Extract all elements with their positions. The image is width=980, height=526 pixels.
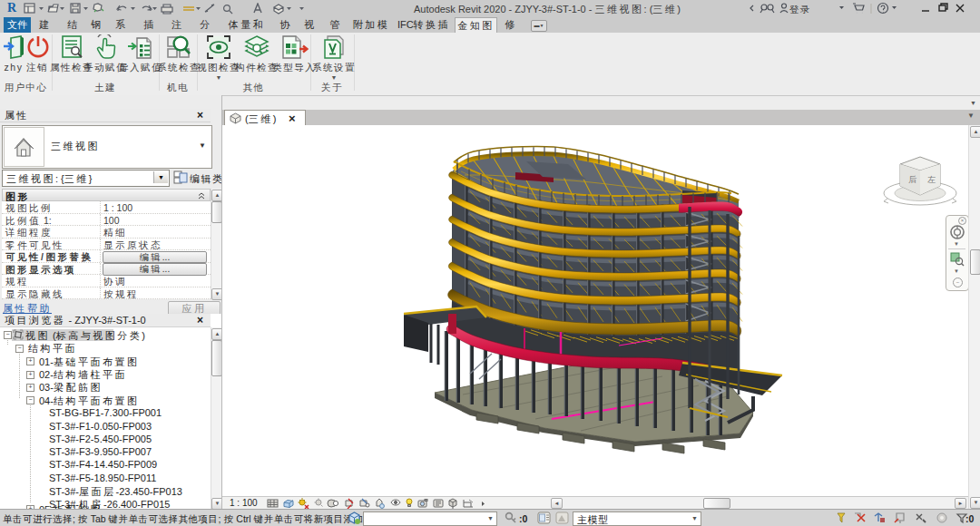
svg-text:后: 后 [908, 175, 916, 184]
svg-text:左: 左 [927, 175, 936, 184]
